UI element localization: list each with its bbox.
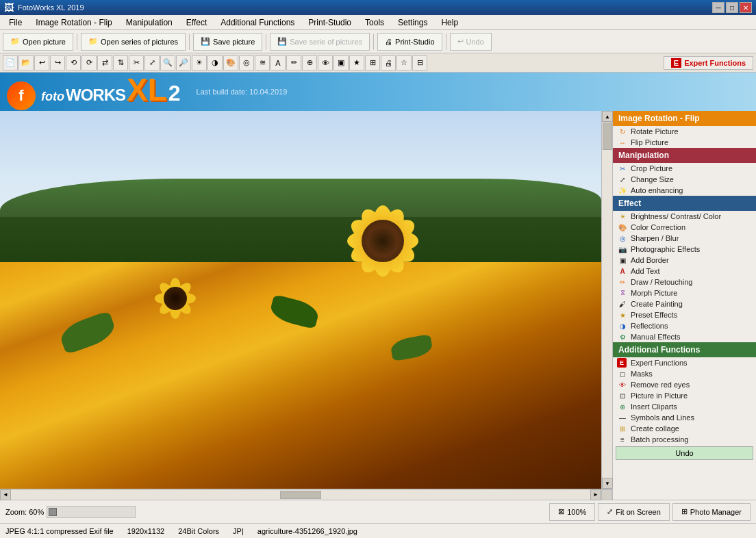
minimize-button[interactable]: ─ [712, 2, 724, 13]
save-picture-button[interactable]: 💾 Save picture [193, 33, 262, 51]
batch-processing-item[interactable]: ≡ Batch processing [613, 434, 756, 445]
vertical-scrollbar[interactable]: ▲ ▼ [601, 111, 612, 489]
symbols-lines-item[interactable]: — Symbols and Lines [613, 412, 756, 423]
sharpen-blur-item[interactable]: ◎ Sharpen / Blur [613, 233, 756, 244]
zoom-slider-thumb[interactable] [49, 508, 57, 516]
menu-manipulation[interactable]: Manipulation [120, 16, 179, 29]
menu-additional-functions[interactable]: Additional Functions [214, 16, 301, 29]
reflections-item[interactable]: ◑ Reflections [613, 320, 756, 331]
grid-icon[interactable]: ⊟ [412, 55, 427, 71]
menu-print-studio[interactable]: Print-Studio [302, 16, 357, 29]
scroll-thumb[interactable] [603, 123, 612, 150]
btn-100-percent[interactable]: ⊠ 100% [549, 503, 595, 521]
undo-panel-button[interactable]: Undo [616, 446, 753, 460]
new-icon[interactable]: 📄 [3, 55, 18, 71]
canvas-area[interactable] [0, 111, 601, 489]
section-header-additional[interactable]: Additional Functions [613, 342, 756, 357]
open-series-button[interactable]: 📁 Open series of pictures [81, 33, 186, 51]
photographic-effects-item[interactable]: 📷 Photographic Effects [613, 244, 756, 255]
folder-series-icon: 📁 [88, 37, 98, 46]
manual-effects-item[interactable]: ⚙ Manual Effects [613, 331, 756, 342]
star-icon[interactable]: ☆ [396, 55, 412, 71]
scroll-track[interactable] [602, 122, 612, 478]
draw-retouching-icon: ✏ [617, 277, 628, 287]
text-icon[interactable]: A [270, 55, 286, 71]
export-icon[interactable]: ⊞ [365, 55, 380, 71]
symbols-icon: — [617, 412, 628, 423]
expert-functions-icon-btn[interactable]: E Expert Functions [664, 56, 753, 70]
effects-icon[interactable]: ★ [349, 55, 364, 71]
crop-icon[interactable]: ✂ [129, 55, 144, 71]
menu-effect[interactable]: Effect [180, 16, 213, 29]
btn-photo-manager[interactable]: ⊞ Photo Manager [672, 503, 751, 521]
scroll-up-arrow[interactable]: ▲ [602, 111, 613, 122]
contrast-icon[interactable]: ◑ [207, 55, 223, 71]
undo-icon: ↩ [457, 37, 464, 46]
draw-icon[interactable]: ✏ [286, 55, 301, 71]
menu-file[interactable]: File [3, 16, 28, 29]
color-icon[interactable]: 🎨 [223, 55, 238, 71]
picture-in-picture-item[interactable]: ⊡ Picture in Picture [613, 390, 756, 401]
zoom-slider[interactable] [47, 506, 136, 518]
scroll-down-arrow[interactable]: ▼ [602, 478, 613, 489]
undo-button[interactable]: ↩ Undo [450, 33, 492, 51]
scroll-left-arrow[interactable]: ◄ [0, 489, 11, 500]
menu-help[interactable]: Help [435, 16, 464, 29]
horizontal-scrollbar[interactable]: ◄ ► [0, 489, 612, 500]
redeye-icon[interactable]: 👁 [318, 55, 333, 71]
section-header-manipulation[interactable]: Manipulation [613, 148, 756, 163]
masks-item[interactable]: ◻ Masks [613, 368, 756, 379]
sharpen-icon[interactable]: ◎ [239, 55, 254, 71]
flip-picture-item[interactable]: ↔ Flip Picture [613, 137, 756, 148]
menu-settings[interactable]: Settings [392, 16, 433, 29]
section-header-effect[interactable]: Effect [613, 196, 756, 211]
blur-icon[interactable]: ≋ [255, 55, 270, 71]
redo-icon-btn[interactable]: ↪ [50, 55, 65, 71]
fit-screen-icon: ⤢ [607, 507, 613, 516]
brightness-contrast-item[interactable]: ☀ Brightness/ Contrast/ Color [613, 211, 756, 222]
preset-effects-item[interactable]: ★ Preset Effects [613, 309, 756, 320]
section-header-rotation[interactable]: Image Rotation - Flip [613, 111, 756, 126]
menu-image-rotation[interactable]: Image Rotation - Flip [29, 16, 118, 29]
print-icon-sm[interactable]: 🖨 [381, 55, 396, 71]
rotate-right-icon[interactable]: ⟳ [81, 55, 97, 71]
btn-fit-screen[interactable]: ⤢ Fit on Screen [598, 503, 669, 521]
h-scroll-thumb[interactable] [280, 491, 321, 499]
resize-icon[interactable]: ⤢ [144, 55, 160, 71]
title-bar-controls: ─ □ ✕ [712, 2, 752, 13]
brightness-icon[interactable]: ☀ [192, 55, 207, 71]
maximize-button[interactable]: □ [726, 2, 738, 13]
add-text-item[interactable]: A Add Text [613, 266, 756, 277]
create-collage-item[interactable]: ⊞ Create collage [613, 423, 756, 434]
open-icon[interactable]: 📂 [18, 55, 34, 71]
draw-retouching-item[interactable]: ✏ Draw / Retouching [613, 277, 756, 287]
zoom-in-icon[interactable]: 🔍 [160, 55, 175, 71]
frame-icon[interactable]: ▣ [333, 55, 349, 71]
save-serie-icon: 💾 [277, 37, 287, 46]
flip-v-icon[interactable]: ⇅ [113, 55, 128, 71]
h-scroll-track[interactable] [11, 490, 590, 500]
print-studio-button[interactable]: 🖨 Print-Studio [377, 33, 442, 51]
color-correction-item[interactable]: 🎨 Color Correction [613, 222, 756, 233]
save-serie-button[interactable]: 💾 Save serie of pictures [270, 33, 370, 51]
scroll-right-arrow[interactable]: ► [590, 489, 601, 500]
menu-tools[interactable]: Tools [359, 16, 390, 29]
crop-picture-item[interactable]: ✂ Crop Picture [613, 163, 756, 174]
expert-functions-item[interactable]: E Expert Functions [613, 357, 756, 368]
open-picture-button[interactable]: 📁 Open picture [3, 33, 73, 51]
rotate-left-icon[interactable]: ⟲ [66, 55, 81, 71]
rotate-picture-item[interactable]: ↻ Rotate Picture [613, 126, 756, 137]
close-button[interactable]: ✕ [740, 2, 752, 13]
add-border-item[interactable]: ▣ Add Border [613, 255, 756, 266]
remove-red-eyes-item[interactable]: 👁 Remove red eyes [613, 379, 756, 390]
insert-cliparts-item[interactable]: ⊕ Insert Cliparts [613, 401, 756, 412]
stamp-icon[interactable]: ⊕ [302, 55, 317, 71]
morph-picture-item[interactable]: ⧖ Morph Picture [613, 287, 756, 298]
zoom-out-icon[interactable]: 🔎 [176, 55, 191, 71]
status-dimensions: 1920x1132 [127, 527, 164, 535]
undo-icon-btn[interactable]: ↩ [34, 55, 49, 71]
auto-enhancing-item[interactable]: ✨ Auto enhancing [613, 185, 756, 196]
create-painting-item[interactable]: 🖌 Create Painting [613, 298, 756, 309]
flip-h-icon[interactable]: ⇄ [97, 55, 112, 71]
change-size-item[interactable]: ⤢ Change Size [613, 174, 756, 185]
